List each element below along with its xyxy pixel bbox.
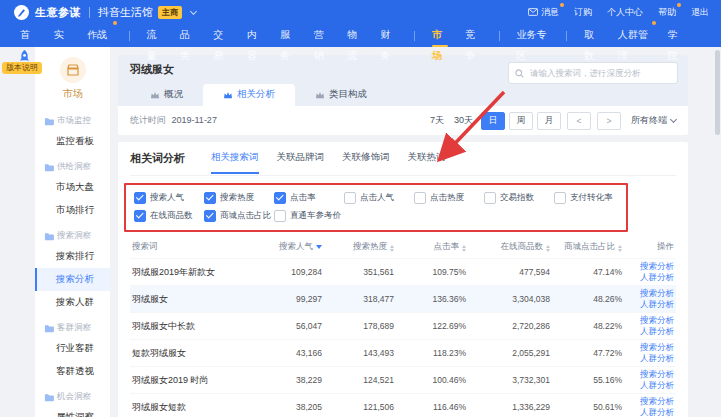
date-units: 日周月 bbox=[481, 112, 561, 130]
table-row-4: 羽绒服女2019 时尚38,229124,521100.46%3,732,301… bbox=[130, 366, 676, 393]
sidebar-item-2-0[interactable]: 搜索排行 bbox=[35, 245, 110, 268]
nav-item-10[interactable]: 物流 bbox=[347, 24, 363, 47]
action-link-0[interactable]: 搜索分析 bbox=[640, 316, 674, 326]
sidebar-group-3[interactable]: 客群洞察 bbox=[35, 314, 110, 337]
keyword-tabs: 概况相关分析类目构成 bbox=[130, 84, 676, 106]
metric-checkbox-1-2[interactable]: 直通车参考价 bbox=[274, 210, 344, 222]
date-unit-0[interactable]: 日 bbox=[481, 112, 505, 130]
action-link-1[interactable]: 人群分析 bbox=[640, 300, 674, 310]
analysis-tab-0[interactable]: 相关搜索词 bbox=[211, 151, 259, 166]
sidebar-item-3-1[interactable]: 客群透视 bbox=[35, 360, 110, 383]
header-link-3[interactable]: 帮助 bbox=[658, 6, 676, 19]
header-link-2[interactable]: 个人中心 bbox=[607, 6, 643, 19]
action-link-1[interactable]: 人群分析 bbox=[640, 354, 674, 364]
column-header-1[interactable]: 搜索人气 bbox=[268, 241, 328, 253]
analysis-tab-2[interactable]: 关联修饰词 bbox=[342, 151, 390, 166]
header-link-1[interactable]: 订购 bbox=[574, 6, 592, 19]
brand-divider bbox=[89, 7, 90, 18]
metric-checkbox-0-4[interactable]: 点击热度 bbox=[414, 192, 484, 204]
header-link-4[interactable]: 退出 bbox=[691, 6, 709, 19]
keyword-tab-2[interactable]: 类目构成 bbox=[295, 84, 387, 106]
sidebar-group-4[interactable]: 机会洞察 bbox=[35, 383, 110, 406]
search-input[interactable] bbox=[528, 67, 671, 79]
value-cell: 1,336,229 bbox=[472, 402, 556, 412]
action-link-1[interactable]: 人群分析 bbox=[640, 408, 674, 417]
sidebar-item-1-1[interactable]: 市场排行 bbox=[35, 199, 110, 222]
sidebar-group-1[interactable]: 供给洞察 bbox=[35, 153, 110, 176]
header-link-0[interactable]: 消息 bbox=[528, 6, 559, 19]
nav-item-0[interactable]: 首页 bbox=[20, 24, 36, 47]
sidebar-item-2-1[interactable]: 搜索分析 bbox=[35, 268, 110, 291]
header-top-row: 生意参谋 抖音生活馆 主商 消息订购个人中心帮助退出 bbox=[0, 0, 721, 24]
action-link-1[interactable]: 人群分析 bbox=[640, 381, 674, 391]
metric-checkbox-0-6[interactable]: 支付转化率 bbox=[554, 192, 624, 204]
sidebar-item-0-0[interactable]: 监控看板 bbox=[35, 130, 110, 153]
value-cell: 56,047 bbox=[268, 321, 328, 331]
action-link-0[interactable]: 搜索分析 bbox=[640, 343, 674, 353]
terminal-filter-dropdown[interactable]: 所有终端 bbox=[631, 114, 676, 127]
column-label: 商城点击占比 bbox=[564, 241, 615, 251]
date-unit-1[interactable]: 周 bbox=[509, 112, 533, 130]
column-header-3[interactable]: 点击率 bbox=[400, 241, 472, 253]
date-unit-2[interactable]: 月 bbox=[537, 112, 561, 130]
metric-checkbox-0-3[interactable]: 点击人气 bbox=[344, 192, 414, 204]
sidebar-item-1-0[interactable]: 市场大盘 bbox=[35, 176, 110, 199]
nav-item-7[interactable]: 内容 bbox=[247, 24, 263, 47]
nav-item-9[interactable]: 营销 bbox=[314, 24, 330, 47]
nav-item-13[interactable]: 市场 bbox=[432, 24, 448, 47]
nav-item-1[interactable]: 实时 bbox=[53, 24, 69, 47]
range-30d-button[interactable]: 30天 bbox=[452, 114, 475, 127]
metric-checkbox-1-0[interactable]: 在线商品数 bbox=[134, 210, 204, 222]
nav-item-18[interactable]: 取数 bbox=[584, 24, 600, 47]
sidebar-module-label: 市场 bbox=[35, 87, 110, 101]
keyword-tab-0[interactable]: 概况 bbox=[130, 84, 203, 106]
nav-item-19[interactable]: 人群管理 bbox=[618, 24, 651, 47]
column-header-2[interactable]: 搜索热度 bbox=[328, 241, 400, 253]
store-switcher[interactable]: 抖音生活馆 主商 bbox=[98, 5, 196, 20]
metric-checkbox-0-5[interactable]: 交易指数 bbox=[484, 192, 554, 204]
actions-cell: 搜索分析人群分析 bbox=[628, 313, 676, 339]
nav-item-2[interactable]: 作战室 bbox=[87, 24, 112, 47]
sidebar-group-label: 市场监控 bbox=[57, 115, 91, 127]
keyword-tab-1[interactable]: 相关分析 bbox=[203, 84, 295, 106]
value-cell: 3,304,038 bbox=[472, 294, 556, 304]
nav-item-16[interactable]: 业务专区 bbox=[517, 24, 550, 47]
action-link-0[interactable]: 搜索分析 bbox=[640, 370, 674, 380]
scrollbar[interactable] bbox=[715, 50, 720, 415]
action-link-0[interactable]: 搜索分析 bbox=[640, 289, 674, 299]
range-7d-button[interactable]: 7天 bbox=[428, 114, 446, 127]
nav-item-14[interactable]: 竞争 bbox=[465, 24, 481, 47]
next-page-button[interactable]: > bbox=[597, 112, 621, 130]
metric-label: 支付转化率 bbox=[570, 192, 613, 204]
sidebar-group-0[interactable]: 市场监控 bbox=[35, 107, 110, 130]
nav-item-11[interactable]: 财务 bbox=[381, 24, 397, 47]
version-note-badge[interactable]: 版本说明 bbox=[2, 62, 42, 74]
scrollbar-thumb[interactable] bbox=[715, 50, 720, 135]
analysis-tab-1[interactable]: 关联品牌词 bbox=[277, 151, 325, 166]
table-row-3: 短款羽绒服女43,166143,493118.23%2,055,29147.72… bbox=[130, 339, 676, 366]
sidebar-item-4-0[interactable]: 属性洞察 bbox=[35, 406, 110, 417]
metric-checkbox-0-1[interactable]: 搜索热度 bbox=[204, 192, 274, 204]
nav-item-8[interactable]: 服务 bbox=[280, 24, 296, 47]
sidebar-group-2[interactable]: 搜索洞察 bbox=[35, 222, 110, 245]
value-cell: 38,205 bbox=[268, 402, 328, 412]
sidebar-item-3-0[interactable]: 行业客群 bbox=[35, 337, 110, 360]
nav-item-4[interactable]: 流量 bbox=[146, 24, 162, 47]
nav-item-5[interactable]: 品类 bbox=[180, 24, 196, 47]
keyword-cell: 羽绒服女2019 时尚 bbox=[130, 374, 268, 387]
sidebar-item-2-2[interactable]: 搜索人群 bbox=[35, 291, 110, 314]
action-link-1[interactable]: 人群分析 bbox=[640, 273, 674, 283]
metric-checkbox-1-1[interactable]: 商城点击占比 bbox=[204, 210, 274, 222]
nav-item-20[interactable]: 学院 bbox=[668, 24, 684, 47]
action-link-0[interactable]: 搜索分析 bbox=[640, 397, 674, 407]
metric-checkbox-0-0[interactable]: 搜索人气 bbox=[134, 192, 204, 204]
nav-item-6[interactable]: 交易 bbox=[213, 24, 229, 47]
action-link-1[interactable]: 人群分析 bbox=[640, 327, 674, 337]
value-cell: 477,594 bbox=[472, 267, 556, 277]
metric-checkbox-0-2[interactable]: 点击率 bbox=[274, 192, 344, 204]
action-link-0[interactable]: 搜索分析 bbox=[640, 262, 674, 272]
column-header-4[interactable]: 在线商品数 bbox=[472, 241, 556, 253]
prev-page-button[interactable]: < bbox=[567, 112, 591, 130]
column-header-5[interactable]: 商城点击占比 bbox=[556, 241, 628, 253]
analysis-tab-3[interactable]: 关联热词 bbox=[408, 151, 446, 166]
